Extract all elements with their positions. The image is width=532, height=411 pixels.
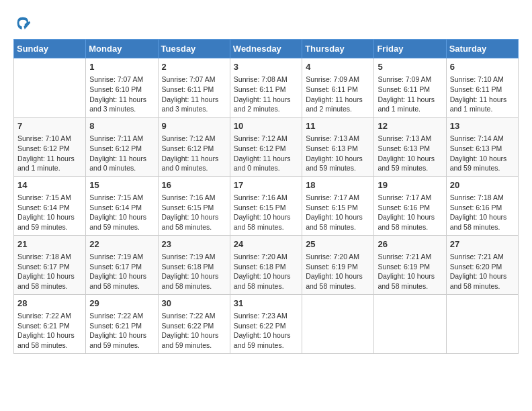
- calendar-cell: 9Sunrise: 7:12 AMSunset: 6:12 PMDaylight…: [158, 117, 230, 176]
- day-number: 4: [306, 61, 370, 73]
- day-number: 16: [162, 179, 226, 191]
- day-number: 9: [162, 120, 226, 132]
- day-number: 15: [89, 179, 154, 191]
- day-info: Sunrise: 7:08 AMSunset: 6:11 PMDaylight:…: [234, 75, 298, 114]
- day-number: 26: [378, 238, 442, 250]
- day-number: 2: [162, 61, 226, 73]
- calendar-cell: [446, 294, 518, 353]
- day-info: Sunrise: 7:18 AMSunset: 6:17 PMDaylight:…: [17, 252, 82, 291]
- day-number: 10: [234, 120, 298, 132]
- day-info: Sunrise: 7:07 AMSunset: 6:10 PMDaylight:…: [89, 75, 154, 114]
- calendar-cell: 28Sunrise: 7:22 AMSunset: 6:21 PMDayligh…: [14, 294, 86, 353]
- day-info: Sunrise: 7:15 AMSunset: 6:14 PMDaylight:…: [89, 193, 154, 232]
- calendar-cell: 23Sunrise: 7:19 AMSunset: 6:18 PMDayligh…: [158, 235, 230, 294]
- calendar-cell: 25Sunrise: 7:20 AMSunset: 6:19 PMDayligh…: [302, 235, 374, 294]
- calendar-cell: 19Sunrise: 7:17 AMSunset: 6:16 PMDayligh…: [374, 176, 446, 235]
- day-number: 8: [89, 120, 154, 132]
- calendar-week-row: 28Sunrise: 7:22 AMSunset: 6:21 PMDayligh…: [14, 294, 519, 353]
- calendar-cell: 16Sunrise: 7:16 AMSunset: 6:15 PMDayligh…: [158, 176, 230, 235]
- calendar-cell: 7Sunrise: 7:10 AMSunset: 6:12 PMDaylight…: [14, 117, 86, 176]
- day-info: Sunrise: 7:20 AMSunset: 6:18 PMDaylight:…: [234, 252, 298, 291]
- day-info: Sunrise: 7:17 AMSunset: 6:15 PMDaylight:…: [306, 193, 370, 232]
- calendar-cell: 27Sunrise: 7:21 AMSunset: 6:20 PMDayligh…: [446, 235, 518, 294]
- day-info: Sunrise: 7:23 AMSunset: 6:22 PMDaylight:…: [234, 311, 298, 351]
- calendar-week-row: 21Sunrise: 7:18 AMSunset: 6:17 PMDayligh…: [14, 235, 519, 294]
- day-number: 13: [450, 120, 515, 132]
- day-info: Sunrise: 7:22 AMSunset: 6:22 PMDaylight:…: [162, 311, 226, 351]
- day-number: 18: [306, 179, 370, 191]
- calendar-cell: 18Sunrise: 7:17 AMSunset: 6:15 PMDayligh…: [302, 176, 374, 235]
- day-number: 11: [306, 120, 370, 132]
- calendar-cell: 12Sunrise: 7:13 AMSunset: 6:13 PMDayligh…: [374, 117, 446, 176]
- header-thursday: Thursday: [302, 40, 374, 58]
- logo: [13, 13, 35, 32]
- header-saturday: Saturday: [446, 40, 518, 58]
- calendar-cell: 26Sunrise: 7:21 AMSunset: 6:19 PMDayligh…: [374, 235, 446, 294]
- calendar-week-row: 7Sunrise: 7:10 AMSunset: 6:12 PMDaylight…: [14, 117, 519, 176]
- day-number: 21: [17, 238, 82, 250]
- calendar-cell: 13Sunrise: 7:14 AMSunset: 6:13 PMDayligh…: [446, 117, 518, 176]
- calendar-cell: 1Sunrise: 7:07 AMSunset: 6:10 PMDaylight…: [86, 58, 158, 118]
- day-info: Sunrise: 7:19 AMSunset: 6:18 PMDaylight:…: [162, 252, 226, 291]
- day-info: Sunrise: 7:07 AMSunset: 6:11 PMDaylight:…: [162, 75, 226, 114]
- calendar-cell: 22Sunrise: 7:19 AMSunset: 6:17 PMDayligh…: [86, 235, 158, 294]
- day-info: Sunrise: 7:10 AMSunset: 6:11 PMDaylight:…: [450, 75, 515, 114]
- calendar-cell: 15Sunrise: 7:15 AMSunset: 6:14 PMDayligh…: [86, 176, 158, 235]
- header-monday: Monday: [86, 40, 158, 58]
- calendar-cell: 8Sunrise: 7:11 AMSunset: 6:12 PMDaylight…: [86, 117, 158, 176]
- day-number: 1: [89, 61, 154, 73]
- day-number: 5: [378, 61, 442, 73]
- logo-icon: [13, 13, 32, 32]
- day-number: 7: [17, 120, 82, 132]
- day-info: Sunrise: 7:19 AMSunset: 6:17 PMDaylight:…: [89, 252, 154, 291]
- calendar-header-row: SundayMondayTuesdayWednesdayThursdayFrid…: [14, 40, 519, 58]
- calendar-cell: 20Sunrise: 7:18 AMSunset: 6:16 PMDayligh…: [446, 176, 518, 235]
- calendar-week-row: 1Sunrise: 7:07 AMSunset: 6:10 PMDaylight…: [14, 58, 519, 118]
- calendar-cell: 5Sunrise: 7:09 AMSunset: 6:11 PMDaylight…: [374, 58, 446, 118]
- calendar-cell: 29Sunrise: 7:22 AMSunset: 6:21 PMDayligh…: [86, 294, 158, 353]
- day-info: Sunrise: 7:09 AMSunset: 6:11 PMDaylight:…: [378, 75, 442, 114]
- day-number: 22: [89, 238, 154, 250]
- calendar-cell: 4Sunrise: 7:09 AMSunset: 6:11 PMDaylight…: [302, 58, 374, 118]
- day-number: 24: [234, 238, 298, 250]
- day-number: 14: [17, 179, 82, 191]
- day-info: Sunrise: 7:22 AMSunset: 6:21 PMDaylight:…: [89, 311, 154, 351]
- calendar-cell: 17Sunrise: 7:16 AMSunset: 6:15 PMDayligh…: [230, 176, 302, 235]
- header-wednesday: Wednesday: [230, 40, 302, 58]
- day-info: Sunrise: 7:13 AMSunset: 6:13 PMDaylight:…: [378, 134, 442, 173]
- calendar-cell: 6Sunrise: 7:10 AMSunset: 6:11 PMDaylight…: [446, 58, 518, 118]
- calendar-cell: [302, 294, 374, 353]
- calendar-cell: [374, 294, 446, 353]
- day-number: 31: [234, 298, 298, 310]
- day-number: 30: [162, 298, 226, 310]
- day-info: Sunrise: 7:15 AMSunset: 6:14 PMDaylight:…: [17, 193, 82, 232]
- day-number: 19: [378, 179, 442, 191]
- calendar-table: SundayMondayTuesdayWednesdayThursdayFrid…: [13, 39, 519, 354]
- day-info: Sunrise: 7:17 AMSunset: 6:16 PMDaylight:…: [378, 193, 442, 232]
- day-number: 23: [162, 238, 226, 250]
- day-number: 28: [17, 298, 82, 310]
- day-number: 6: [450, 61, 515, 73]
- header-friday: Friday: [374, 40, 446, 58]
- day-info: Sunrise: 7:16 AMSunset: 6:15 PMDaylight:…: [162, 193, 226, 232]
- day-info: Sunrise: 7:10 AMSunset: 6:12 PMDaylight:…: [17, 134, 82, 173]
- day-info: Sunrise: 7:20 AMSunset: 6:19 PMDaylight:…: [306, 252, 370, 291]
- calendar-cell: [14, 58, 86, 118]
- day-info: Sunrise: 7:13 AMSunset: 6:13 PMDaylight:…: [306, 134, 370, 173]
- day-info: Sunrise: 7:14 AMSunset: 6:13 PMDaylight:…: [450, 134, 515, 173]
- day-info: Sunrise: 7:21 AMSunset: 6:20 PMDaylight:…: [450, 252, 515, 291]
- calendar-cell: 30Sunrise: 7:22 AMSunset: 6:22 PMDayligh…: [158, 294, 230, 353]
- calendar-cell: 31Sunrise: 7:23 AMSunset: 6:22 PMDayligh…: [230, 294, 302, 353]
- day-info: Sunrise: 7:12 AMSunset: 6:12 PMDaylight:…: [162, 134, 226, 173]
- day-number: 27: [450, 238, 515, 250]
- calendar-cell: 10Sunrise: 7:12 AMSunset: 6:12 PMDayligh…: [230, 117, 302, 176]
- day-info: Sunrise: 7:22 AMSunset: 6:21 PMDaylight:…: [17, 311, 82, 351]
- calendar-cell: 2Sunrise: 7:07 AMSunset: 6:11 PMDaylight…: [158, 58, 230, 118]
- day-number: 29: [89, 298, 154, 310]
- day-info: Sunrise: 7:11 AMSunset: 6:12 PMDaylight:…: [89, 134, 154, 173]
- calendar-cell: 11Sunrise: 7:13 AMSunset: 6:13 PMDayligh…: [302, 117, 374, 176]
- header-tuesday: Tuesday: [158, 40, 230, 58]
- calendar-cell: 3Sunrise: 7:08 AMSunset: 6:11 PMDaylight…: [230, 58, 302, 118]
- day-info: Sunrise: 7:12 AMSunset: 6:12 PMDaylight:…: [234, 134, 298, 173]
- day-number: 12: [378, 120, 442, 132]
